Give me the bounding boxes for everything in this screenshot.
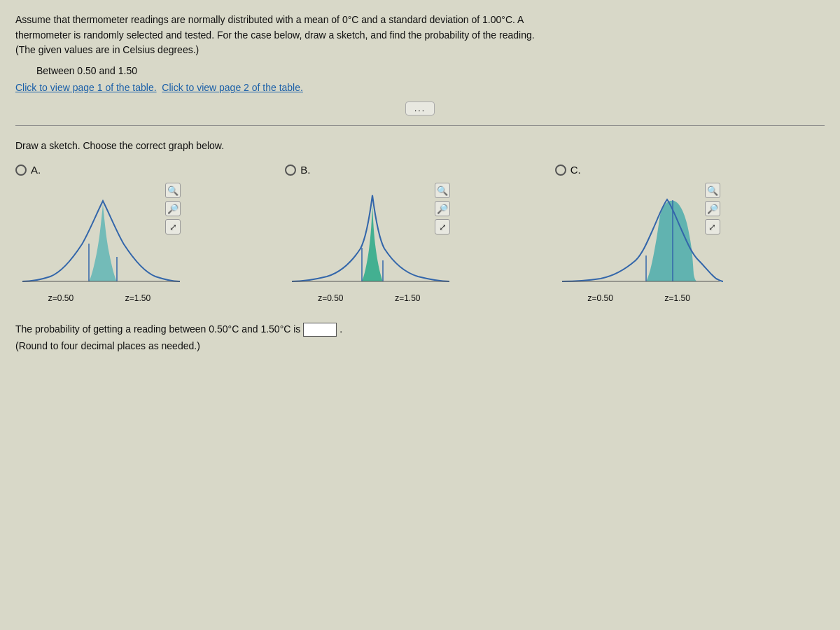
page2-link[interactable]: Click to view page 2 of the table. bbox=[162, 82, 303, 93]
graphs-row: A. 🔍 🔎 ⤢ bbox=[15, 164, 825, 306]
z-labels-b: z=0.50 z=1.50 bbox=[285, 293, 453, 303]
expand-b[interactable]: ⤢ bbox=[435, 219, 450, 234]
shade-a bbox=[89, 204, 117, 281]
curve-c bbox=[562, 200, 723, 281]
expand-a[interactable]: ⤢ bbox=[165, 219, 181, 234]
option-c-label-row: C. bbox=[555, 164, 581, 176]
probability-answer-input[interactable] bbox=[303, 323, 337, 337]
graph-a-controls: 🔍 🔎 ⤢ bbox=[165, 183, 181, 234]
graph-c-wrapper: 🔍 🔎 ⤢ z=0.50 bbox=[555, 180, 723, 306]
option-b-label-row: B. bbox=[285, 164, 310, 176]
z-label-a-left: z=0.50 bbox=[48, 293, 74, 303]
zoom-out-b[interactable]: 🔎 bbox=[435, 201, 450, 216]
main-container: Assume that thermometer readings are nor… bbox=[0, 0, 840, 630]
table-links: Click to view page 1 of the table. Click… bbox=[15, 82, 825, 93]
zoom-in-a[interactable]: 🔍 bbox=[165, 183, 181, 198]
zoom-in-c[interactable]: 🔍 bbox=[705, 183, 720, 198]
zoom-out-a[interactable]: 🔎 bbox=[165, 201, 181, 216]
radio-a[interactable] bbox=[15, 164, 27, 176]
zoom-in-b[interactable]: 🔍 bbox=[435, 183, 450, 198]
divider bbox=[15, 125, 825, 126]
more-button[interactable]: ... bbox=[405, 102, 435, 115]
shade-c bbox=[646, 201, 696, 281]
option-a-label: A. bbox=[31, 164, 41, 176]
between-text: Between 0.50 and 1.50 bbox=[36, 65, 825, 76]
problem-line3: (The given values are in Celsius degrees… bbox=[15, 44, 199, 55]
graph-c-controls: 🔍 🔎 ⤢ bbox=[705, 183, 720, 234]
z-label-c-right: z=1.50 bbox=[664, 293, 690, 303]
shade-b bbox=[362, 204, 383, 281]
probability-text-part1: The probability of getting a reading bet… bbox=[15, 323, 300, 335]
chart-b bbox=[285, 180, 453, 292]
probability-row: The probability of getting a reading bet… bbox=[15, 321, 825, 355]
z-label-a-right: z=1.50 bbox=[125, 293, 150, 303]
radio-c[interactable] bbox=[555, 164, 566, 176]
sketch-instruction: Draw a sketch. Choose the correct graph … bbox=[15, 140, 825, 151]
graph-option-c: C. 🔍 🔎 ⤢ bbox=[555, 164, 825, 306]
z-labels-a: z=0.50 z=1.50 bbox=[15, 293, 183, 303]
option-c-label: C. bbox=[570, 164, 581, 176]
page1-link[interactable]: Click to view page 1 of the table. bbox=[15, 82, 157, 93]
graph-option-b: B. 🔍 🔎 ⤢ bbox=[285, 164, 554, 306]
option-b-label: B. bbox=[300, 164, 310, 176]
graph-b-wrapper: 🔍 🔎 ⤢ bbox=[285, 180, 453, 306]
probability-text-part2: . bbox=[340, 323, 342, 335]
option-a-label-row: A. bbox=[15, 164, 41, 176]
chart-c bbox=[555, 180, 723, 292]
z-labels-c: z=0.50 z=1.50 bbox=[555, 293, 723, 303]
graph-b-controls: 🔍 🔎 ⤢ bbox=[435, 183, 450, 234]
problem-line1: Assume that thermometer readings are nor… bbox=[15, 14, 524, 25]
problem-line2: thermometer is randomly selected and tes… bbox=[15, 29, 535, 41]
z-label-b-left: z=0.50 bbox=[318, 293, 343, 303]
graph-option-a: A. 🔍 🔎 ⤢ bbox=[15, 164, 285, 306]
expand-c[interactable]: ⤢ bbox=[705, 219, 720, 234]
graph-a-wrapper: 🔍 🔎 ⤢ bbox=[15, 180, 183, 306]
radio-b[interactable] bbox=[285, 164, 296, 176]
z-label-c-left: z=0.50 bbox=[587, 293, 612, 303]
round-note: (Round to four decimal places as needed.… bbox=[15, 340, 200, 351]
z-label-b-right: z=1.50 bbox=[395, 293, 420, 303]
problem-text: Assume that thermometer readings are nor… bbox=[15, 13, 825, 58]
zoom-out-c[interactable]: 🔎 bbox=[705, 201, 720, 216]
chart-a bbox=[15, 180, 183, 292]
more-btn-row: ... bbox=[15, 102, 825, 115]
